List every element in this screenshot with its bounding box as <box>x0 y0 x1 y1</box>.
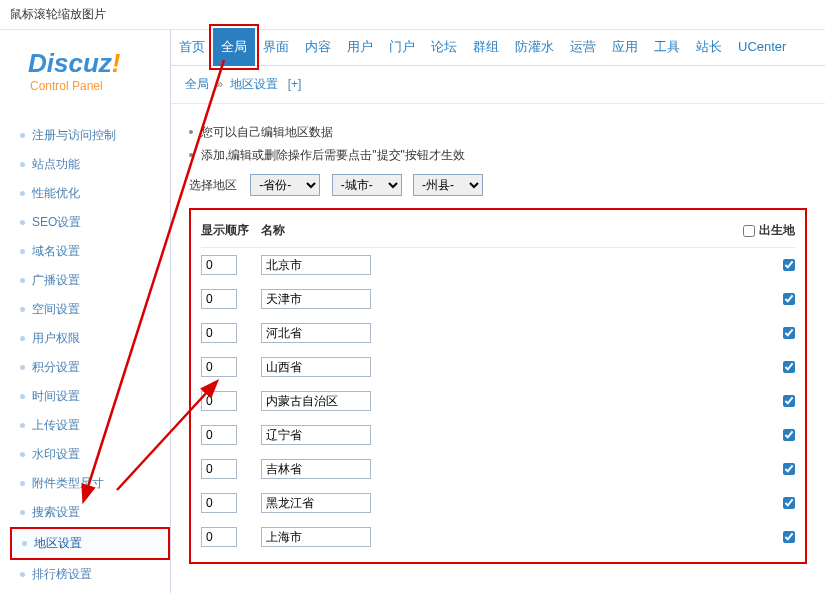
nav-工具[interactable]: 工具 <box>646 28 688 66</box>
breadcrumb-current: 地区设置 <box>230 77 278 91</box>
breadcrumb-sep: » <box>216 77 223 91</box>
order-input-8[interactable] <box>201 527 237 547</box>
th-order: 显示顺序 <box>201 222 261 239</box>
sidebar-item-15[interactable]: 排行榜设置 <box>10 560 170 589</box>
birth-checkbox-0[interactable] <box>783 259 795 271</box>
sidebar-item-2[interactable]: 性能优化 <box>10 179 170 208</box>
sidebar-item-9[interactable]: 时间设置 <box>10 382 170 411</box>
name-input-4[interactable] <box>261 391 371 411</box>
sidebar-item-3[interactable]: SEO设置 <box>10 208 170 237</box>
order-input-0[interactable] <box>201 255 237 275</box>
content: 您可以自己编辑地区数据 添加,编辑或删除操作后需要点击"提交"按钮才生效 选择地… <box>171 104 825 578</box>
nav-防灌水[interactable]: 防灌水 <box>507 28 562 66</box>
nav-界面[interactable]: 界面 <box>255 28 297 66</box>
table-row <box>201 248 795 282</box>
order-input-2[interactable] <box>201 323 237 343</box>
sidebar-item-0[interactable]: 注册与访问控制 <box>10 121 170 150</box>
province-select[interactable]: -省份- <box>250 174 320 196</box>
birth-checkbox-8[interactable] <box>783 531 795 543</box>
th-birth-label: 出生地 <box>759 222 795 239</box>
name-input-0[interactable] <box>261 255 371 275</box>
name-input-2[interactable] <box>261 323 371 343</box>
logo-sub: Control Panel <box>30 79 170 93</box>
table-body <box>201 248 795 554</box>
sidebar-item-7[interactable]: 用户权限 <box>10 324 170 353</box>
table-row <box>201 418 795 452</box>
sidebar-item-5[interactable]: 广播设置 <box>10 266 170 295</box>
th-birth-checkbox[interactable] <box>743 225 755 237</box>
birth-checkbox-2[interactable] <box>783 327 795 339</box>
name-input-7[interactable] <box>261 493 371 513</box>
sidebar-item-13[interactable]: 搜索设置 <box>10 498 170 527</box>
nav-全局[interactable]: 全局 <box>213 28 255 66</box>
table-row <box>201 486 795 520</box>
nav-论坛[interactable]: 论坛 <box>423 28 465 66</box>
sidebar-item-16[interactable]: 手机版访问设置 <box>10 589 170 593</box>
tip-line-2: 添加,编辑或删除操作后需要点击"提交"按钮才生效 <box>189 147 807 164</box>
table-row <box>201 520 795 554</box>
nav-站长[interactable]: 站长 <box>688 28 730 66</box>
nav-门户[interactable]: 门户 <box>381 28 423 66</box>
table-row <box>201 350 795 384</box>
window-caption: 鼠标滚轮缩放图片 <box>0 0 825 30</box>
nav-用户[interactable]: 用户 <box>339 28 381 66</box>
table-row <box>201 452 795 486</box>
tip-line-1: 您可以自己编辑地区数据 <box>189 124 807 141</box>
sidebar-item-8[interactable]: 积分设置 <box>10 353 170 382</box>
sidebar-item-6[interactable]: 空间设置 <box>10 295 170 324</box>
order-input-7[interactable] <box>201 493 237 513</box>
birth-checkbox-5[interactable] <box>783 429 795 441</box>
breadcrumb-root[interactable]: 全局 <box>185 77 209 91</box>
breadcrumb-add[interactable]: [+] <box>288 77 302 91</box>
nav-首页[interactable]: 首页 <box>171 28 213 66</box>
th-name: 名称 <box>261 222 735 239</box>
sidebar-item-10[interactable]: 上传设置 <box>10 411 170 440</box>
breadcrumb: 全局 » 地区设置 [+] <box>171 66 825 104</box>
name-input-1[interactable] <box>261 289 371 309</box>
region-table: 显示顺序 名称 出生地 <box>189 208 807 564</box>
sidebar-item-12[interactable]: 附件类型尺寸 <box>10 469 170 498</box>
county-select[interactable]: -州县- <box>413 174 483 196</box>
logo: Discuz! <box>28 48 170 79</box>
topnav: 首页全局界面内容用户门户论坛群组防灌水运营应用工具站长UCenter <box>171 30 825 66</box>
sidebar-item-11[interactable]: 水印设置 <box>10 440 170 469</box>
table-row <box>201 282 795 316</box>
th-birth: 出生地 <box>735 222 795 239</box>
nav-运营[interactable]: 运营 <box>562 28 604 66</box>
birth-checkbox-7[interactable] <box>783 497 795 509</box>
nav-应用[interactable]: 应用 <box>604 28 646 66</box>
city-select[interactable]: -城市- <box>332 174 402 196</box>
birth-checkbox-3[interactable] <box>783 361 795 373</box>
sidebar-item-4[interactable]: 域名设置 <box>10 237 170 266</box>
order-input-1[interactable] <box>201 289 237 309</box>
order-input-4[interactable] <box>201 391 237 411</box>
order-input-6[interactable] <box>201 459 237 479</box>
birth-checkbox-4[interactable] <box>783 395 795 407</box>
main: 首页全局界面内容用户门户论坛群组防灌水运营应用工具站长UCenter 全局 » … <box>170 30 825 593</box>
name-input-3[interactable] <box>261 357 371 377</box>
app-container: Discuz! Control Panel 注册与访问控制站点功能性能优化SEO… <box>0 30 825 593</box>
region-select-row: 选择地区 -省份- -城市- -州县- <box>189 174 807 196</box>
nav-群组[interactable]: 群组 <box>465 28 507 66</box>
birth-checkbox-1[interactable] <box>783 293 795 305</box>
name-input-5[interactable] <box>261 425 371 445</box>
name-input-8[interactable] <box>261 527 371 547</box>
name-input-6[interactable] <box>261 459 371 479</box>
order-input-3[interactable] <box>201 357 237 377</box>
sidebar-item-1[interactable]: 站点功能 <box>10 150 170 179</box>
nav-UCenter[interactable]: UCenter <box>730 29 794 64</box>
nav-内容[interactable]: 内容 <box>297 28 339 66</box>
birth-checkbox-6[interactable] <box>783 463 795 475</box>
table-row <box>201 384 795 418</box>
region-select-label: 选择地区 <box>189 178 237 192</box>
sidebar-item-14[interactable]: 地区设置 <box>10 527 170 560</box>
table-row <box>201 316 795 350</box>
sidebar-list: 注册与访问控制站点功能性能优化SEO设置域名设置广播设置空间设置用户权限积分设置… <box>10 121 170 593</box>
sidebar: Discuz! Control Panel 注册与访问控制站点功能性能优化SEO… <box>0 30 170 593</box>
order-input-5[interactable] <box>201 425 237 445</box>
table-header: 显示顺序 名称 出生地 <box>201 218 795 248</box>
